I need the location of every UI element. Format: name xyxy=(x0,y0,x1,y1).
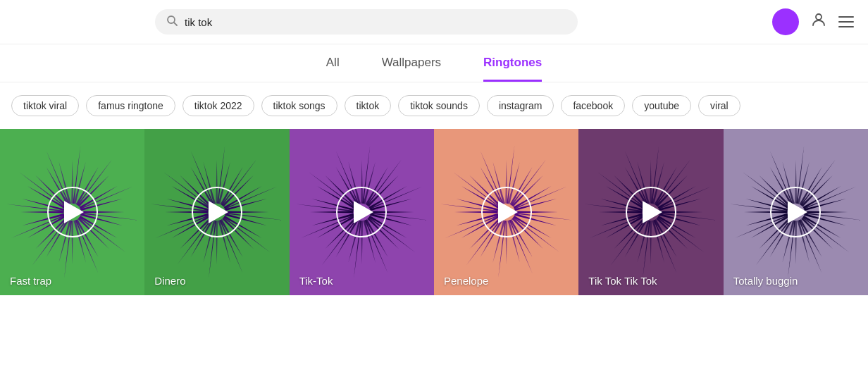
card[interactable]: Tik Tok Tik Tok xyxy=(578,129,723,295)
filter-chip[interactable]: viral xyxy=(698,95,740,116)
card[interactable]: Fast trap xyxy=(0,129,144,295)
filter-chips: tiktok viralfamus ringtonetiktok 2022tik… xyxy=(0,82,868,129)
play-button[interactable] xyxy=(626,187,676,237)
search-input[interactable] xyxy=(185,16,559,28)
filter-chip[interactable]: youtube xyxy=(632,95,691,116)
filter-chip[interactable]: tiktok viral xyxy=(11,95,79,116)
header xyxy=(0,0,868,44)
filter-chip[interactable]: tiktok 2022 xyxy=(182,95,254,116)
play-button[interactable] xyxy=(47,187,98,237)
card[interactable]: Totally buggin xyxy=(724,129,868,295)
upload-button[interactable] xyxy=(772,8,799,35)
filter-chip[interactable]: tiktok xyxy=(345,95,392,116)
card-content xyxy=(578,129,723,295)
card-content xyxy=(144,129,289,295)
header-actions xyxy=(772,8,854,35)
play-icon xyxy=(498,201,518,223)
menu-icon[interactable] xyxy=(838,16,854,27)
content-grid: Fast trapDineroTik-TokPenelopeTik Tok Ti… xyxy=(0,129,868,295)
play-icon xyxy=(788,201,807,223)
card-content xyxy=(290,129,434,295)
svg-point-2 xyxy=(816,14,822,20)
filter-chip[interactable]: tiktok songs xyxy=(261,95,337,116)
tab-wallpapers[interactable]: Wallpapers xyxy=(382,56,441,82)
tab-ringtones[interactable]: Ringtones xyxy=(483,56,542,82)
play-button[interactable] xyxy=(336,187,387,237)
filter-chip[interactable]: facebook xyxy=(561,95,625,116)
tab-all[interactable]: All xyxy=(326,56,340,82)
search-bar xyxy=(155,9,578,35)
filter-chip[interactable]: instagram xyxy=(487,95,554,116)
play-icon xyxy=(209,201,228,223)
card-content xyxy=(434,129,578,295)
card[interactable]: Dinero xyxy=(144,129,289,295)
card[interactable]: Penelope xyxy=(434,129,578,295)
card[interactable]: Tik-Tok xyxy=(290,129,434,295)
play-icon xyxy=(643,201,662,223)
play-button[interactable] xyxy=(770,187,821,237)
play-icon xyxy=(64,201,84,223)
nav-tabs: AllWallpapersRingtones xyxy=(0,44,868,82)
card-content xyxy=(724,129,868,295)
play-icon xyxy=(354,201,373,223)
search-icon xyxy=(166,15,178,29)
play-button[interactable] xyxy=(481,187,532,237)
filter-chip[interactable]: tiktok sounds xyxy=(398,95,480,116)
filter-chip[interactable]: famus ringtone xyxy=(86,95,175,116)
svg-line-1 xyxy=(174,23,177,25)
play-button[interactable] xyxy=(192,187,242,237)
user-icon[interactable] xyxy=(810,11,827,32)
card-content xyxy=(0,129,144,295)
